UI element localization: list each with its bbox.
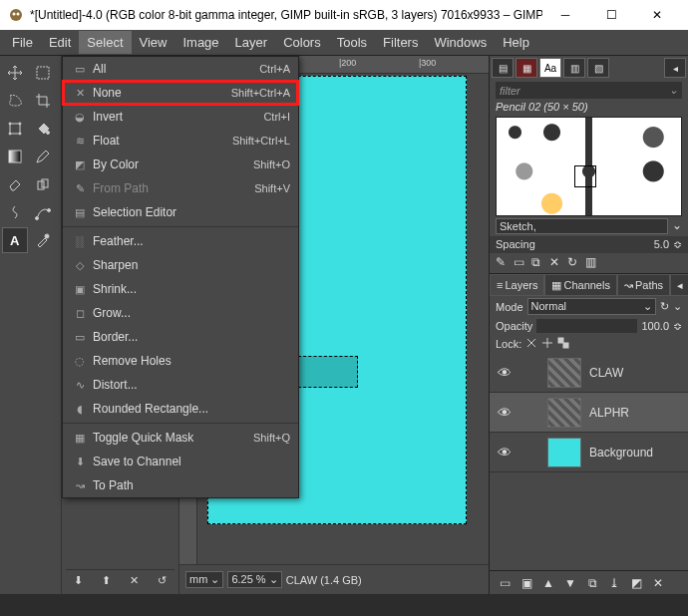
gradient-tool[interactable] [2, 144, 28, 169]
select-menu-remove-holes[interactable]: ◌Remove Holes [63, 349, 298, 373]
text-selection-box[interactable] [298, 356, 358, 388]
brush-filter-chevron-icon[interactable]: ⌄ [669, 84, 678, 97]
select-menu-border-[interactable]: ▭Border... [63, 325, 298, 349]
channels-tab[interactable]: ▦Channels [544, 274, 616, 296]
select-menu-toggle-quick-mask[interactable]: ▦Toggle Quick MaskShift+Q [63, 426, 298, 450]
mode-chevron-icon[interactable]: ⌄ [673, 300, 682, 313]
smudge-tool[interactable] [2, 199, 28, 225]
mode-switch-icon[interactable]: ↻ [660, 300, 669, 313]
layer-name[interactable]: Background [589, 446, 653, 460]
dup-brush-icon[interactable]: ⧉ [531, 255, 547, 271]
new-layer-icon[interactable]: ▭ [496, 574, 514, 592]
selected-brush[interactable] [574, 165, 596, 187]
menu-image[interactable]: Image [174, 31, 226, 54]
eraser-tool[interactable] [2, 171, 28, 197]
history-tab[interactable]: ▥ [563, 58, 585, 78]
layer-item-alphr[interactable]: 👁ALPHR [490, 393, 688, 433]
refresh-brush-icon[interactable]: ↻ [567, 255, 583, 271]
layers-tab[interactable]: ≡Layers [490, 274, 544, 296]
layer-name[interactable]: ALPHR [589, 406, 629, 420]
select-menu-shrink-[interactable]: ▣Shrink... [63, 277, 298, 301]
restore-preset-icon[interactable]: ⬆ [102, 574, 111, 587]
brush-filter-input[interactable]: filter [500, 85, 669, 97]
brushes-tab[interactable]: ▤ [492, 58, 514, 78]
lock-pixels-icon[interactable] [525, 337, 537, 351]
visibility-eye-icon[interactable]: 👁 [496, 405, 514, 421]
select-menu-all[interactable]: ▭AllCtrl+A [63, 57, 298, 81]
select-menu-grow-[interactable]: ◻Grow... [63, 301, 298, 325]
new-brush-icon[interactable]: ▭ [514, 255, 529, 271]
close-button[interactable]: ✕ [634, 0, 680, 30]
opacity-slider[interactable] [536, 319, 637, 333]
mask-layer-icon[interactable]: ◩ [627, 574, 645, 592]
dup-layer-icon[interactable]: ⧉ [583, 574, 601, 592]
lock-alpha-icon[interactable] [557, 337, 569, 351]
layer-item-background[interactable]: 👁Background [490, 433, 688, 472]
select-menu-selection-editor[interactable]: ▤Selection Editor [63, 200, 298, 224]
mode-select[interactable]: Normal⌄ [527, 298, 656, 315]
text-tool[interactable]: A [2, 227, 28, 253]
del-brush-icon[interactable]: ✕ [549, 255, 565, 271]
free-select-tool[interactable] [2, 88, 28, 114]
transform-tool[interactable] [2, 116, 28, 142]
menu-tools[interactable]: Tools [329, 31, 375, 54]
visibility-eye-icon[interactable]: 👁 [496, 445, 514, 461]
menu-file[interactable]: File [4, 31, 41, 54]
edit-brush-icon[interactable]: ✎ [496, 255, 512, 271]
menu-edit[interactable]: Edit [41, 31, 79, 54]
select-menu-to-path[interactable]: ↝To Path [63, 473, 298, 497]
menu-select[interactable]: Select [79, 31, 131, 54]
visibility-eye-icon[interactable]: 👁 [496, 365, 514, 381]
chevron-down-icon[interactable]: ⌄ [672, 218, 682, 234]
select-menu-float[interactable]: ≋FloatShift+Ctrl+L [63, 129, 298, 153]
bucket-tool[interactable] [30, 116, 56, 142]
open-brush-icon[interactable]: ▥ [585, 255, 601, 271]
menu-windows[interactable]: Windows [426, 31, 495, 54]
crop-tool[interactable] [30, 88, 56, 114]
select-menu-invert[interactable]: ◒InvertCtrl+I [63, 105, 298, 129]
menu-colors[interactable]: Colors [275, 31, 329, 54]
color-picker-tool[interactable] [30, 227, 56, 253]
paths-tab[interactable]: ↝Paths [617, 274, 670, 296]
spacing-stepper[interactable]: ≎ [673, 238, 682, 251]
fonts-tab[interactable]: Aa [539, 58, 561, 78]
delete-preset-icon[interactable]: ✕ [130, 574, 139, 587]
pencil-tool[interactable] [30, 144, 56, 169]
select-menu-none[interactable]: ✕NoneShift+Ctrl+A [63, 81, 298, 105]
opacity-value[interactable]: 100.0 [641, 320, 669, 332]
menu-filters[interactable]: Filters [375, 31, 426, 54]
select-menu-rounded-rectangle-[interactable]: ◖Rounded Rectangle... [63, 397, 298, 421]
layer-name[interactable]: CLAW [589, 366, 623, 380]
reset-icon[interactable]: ↺ [158, 574, 167, 587]
path-tool[interactable] [30, 199, 56, 225]
lock-position-icon[interactable] [541, 337, 553, 351]
patterns-tab[interactable]: ▦ [516, 58, 537, 78]
document-tab[interactable]: ▧ [587, 58, 609, 78]
select-menu-distort-[interactable]: ∿Distort... [63, 373, 298, 397]
zoom-select[interactable]: 6.25 % ⌄ [227, 571, 281, 588]
maximize-button[interactable]: ☐ [588, 0, 634, 30]
brush-grid[interactable] [496, 117, 682, 216]
select-menu-save-to-channel[interactable]: ⬇Save to Channel [63, 450, 298, 473]
spacing-value[interactable]: 5.0 [539, 238, 669, 251]
clone-tool[interactable] [30, 171, 56, 197]
merge-layer-icon[interactable]: ⤓ [605, 574, 623, 592]
menu-layer[interactable]: Layer [227, 31, 276, 54]
menu-help[interactable]: Help [495, 31, 537, 54]
select-menu-by-color[interactable]: ◩By ColorShift+O [63, 153, 298, 176]
layer-tab-menu-icon[interactable]: ◂ [670, 274, 688, 296]
brush-preset-select[interactable]: Sketch, [496, 218, 668, 234]
raise-layer-icon[interactable]: ▲ [539, 574, 557, 592]
lower-layer-icon[interactable]: ▼ [561, 574, 579, 592]
select-menu-sharpen[interactable]: ◇Sharpen [63, 253, 298, 277]
minimize-button[interactable]: ─ [542, 0, 588, 30]
save-preset-icon[interactable]: ⬇ [74, 574, 83, 587]
tab-menu-icon[interactable]: ◂ [664, 58, 686, 78]
delete-layer-icon[interactable]: ✕ [649, 574, 667, 592]
select-menu-feather-[interactable]: ░Feather... [63, 229, 298, 253]
move-tool[interactable] [2, 60, 28, 86]
opacity-stepper[interactable]: ≎ [673, 320, 682, 333]
layer-item-claw[interactable]: 👁CLAW [490, 353, 688, 393]
new-group-icon[interactable]: ▣ [517, 574, 535, 592]
rect-select-tool[interactable] [30, 60, 56, 86]
